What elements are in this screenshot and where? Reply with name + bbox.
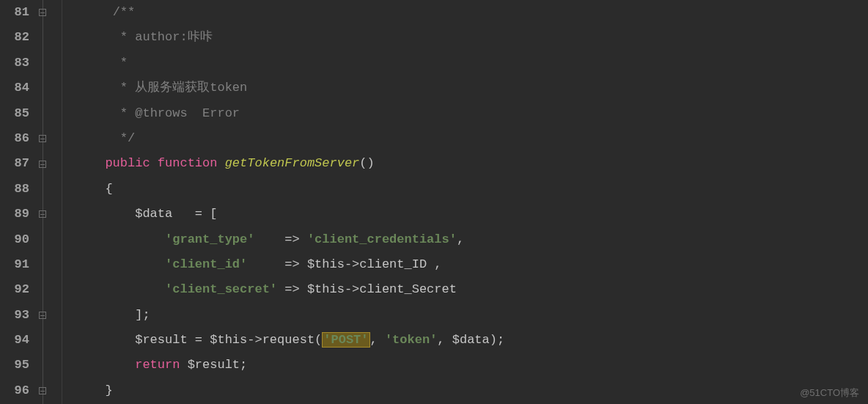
- brace-open: {: [105, 182, 112, 196]
- line-number: 92: [9, 277, 29, 302]
- code-line[interactable]: $result = $this->request('POST', 'token'…: [53, 328, 868, 353]
- this-reference: $this: [307, 257, 345, 271]
- line-number: 94: [9, 328, 29, 353]
- line-number: 90: [9, 227, 29, 252]
- line-number: 81: [9, 0, 29, 25]
- member-access: client_Secret: [359, 282, 457, 296]
- this-reference: $this: [210, 333, 247, 347]
- member-access: client_ID: [359, 257, 427, 271]
- line-number: 88: [9, 177, 29, 202]
- code-line[interactable]: /**: [53, 0, 868, 25]
- code-line[interactable]: {: [53, 177, 868, 202]
- line-number: 85: [9, 101, 29, 126]
- code-line[interactable]: ];: [53, 303, 868, 328]
- line-number: 87: [9, 151, 29, 176]
- code-line[interactable]: 'grant_type' => 'client_credentials',: [53, 227, 868, 252]
- brace-close: }: [105, 383, 112, 397]
- line-number: 82: [9, 25, 29, 50]
- code-line[interactable]: public function getTokenFromServer(): [53, 151, 868, 176]
- code-editor[interactable]: 81 82 83 84 85 86 87 88 89 90 91 92 93 9…: [0, 0, 868, 404]
- this-reference: $this: [307, 282, 345, 296]
- array-key: 'client_secret': [165, 282, 277, 296]
- line-number-gutter: 81 82 83 84 85 86 87 88 89 90 91 92 93 9…: [0, 0, 35, 404]
- watermark: @51CTO博客: [800, 386, 859, 400]
- fold-toggle-icon[interactable]: [39, 312, 46, 319]
- line-number: 91: [9, 252, 29, 277]
- fold-toggle-icon[interactable]: [39, 9, 46, 16]
- line-number: 93: [9, 303, 29, 328]
- array-key: 'client_id': [165, 257, 247, 271]
- array-value: 'client_credentials': [307, 232, 457, 246]
- line-number: 84: [9, 76, 29, 100]
- code-line[interactable]: return $result;: [53, 353, 868, 378]
- fold-column: [35, 0, 50, 404]
- keyword-function: function: [158, 156, 218, 170]
- fold-toggle-icon[interactable]: [39, 210, 46, 218]
- line-number: 89: [9, 202, 29, 227]
- code-content[interactable]: /** * author:咔咔 * * 从服务端获取token * @throw…: [50, 0, 868, 404]
- code-line[interactable]: * @throws Error: [53, 101, 868, 126]
- code-line[interactable]: 'client_secret' => $this->client_Secret: [53, 277, 868, 302]
- line-number: 96: [9, 378, 29, 403]
- array-key: 'grant_type': [165, 232, 254, 246]
- variable-data: $data: [135, 207, 172, 221]
- line-number: 83: [9, 51, 29, 76]
- code-line[interactable]: $data = [: [53, 202, 868, 227]
- fold-toggle-icon[interactable]: [39, 161, 46, 168]
- fold-toggle-icon[interactable]: [39, 135, 46, 142]
- code-line[interactable]: }: [53, 378, 868, 403]
- search-highlight: 'POST': [322, 332, 369, 348]
- code-line[interactable]: * 从服务端获取token: [53, 76, 868, 100]
- variable-result: $result: [135, 333, 187, 347]
- docblock-open: /**: [113, 5, 136, 19]
- keyword-return: return: [135, 358, 180, 372]
- code-line[interactable]: 'client_id' => $this->client_ID ,: [53, 252, 868, 277]
- array-close: ];: [135, 308, 150, 322]
- code-line[interactable]: * author:咔咔: [53, 25, 868, 50]
- docblock-close: */: [113, 131, 136, 145]
- code-line[interactable]: */: [53, 126, 868, 151]
- code-line[interactable]: *: [53, 51, 868, 76]
- method-call: request: [262, 333, 315, 347]
- keyword-public: public: [105, 156, 150, 170]
- fold-toggle-icon[interactable]: [39, 387, 46, 394]
- line-number: 95: [9, 353, 29, 378]
- method-name: getTokenFromServer: [225, 156, 360, 170]
- throws-tag: @throws: [135, 106, 187, 120]
- line-number: 86: [9, 126, 29, 151]
